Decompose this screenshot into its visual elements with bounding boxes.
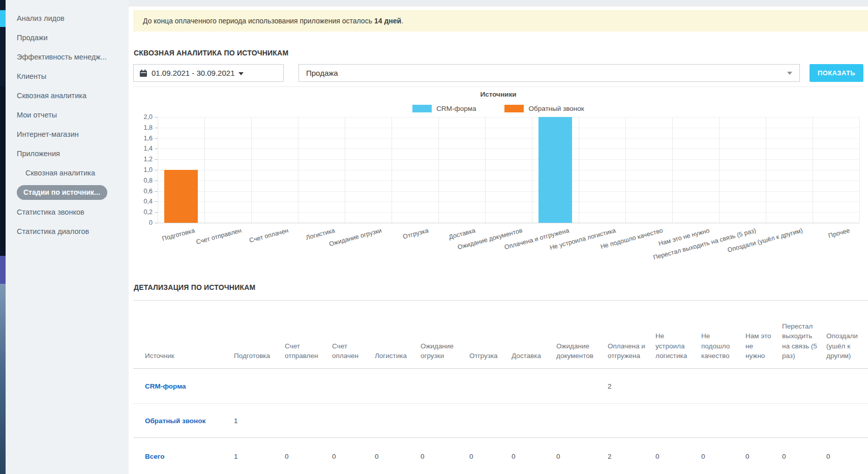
- chart-x-axis-label: Ожидание огрузки: [328, 227, 382, 248]
- cell-value: 1: [229, 404, 280, 438]
- banner-text: До конца оплаченного периода использован…: [143, 17, 372, 25]
- sidebar-item[interactable]: Сквозная аналитика: [6, 163, 129, 183]
- chart-y-tick: [155, 117, 158, 117]
- sidebar-item[interactable]: Статистика диалогов: [6, 222, 129, 241]
- chart-y-tick: [155, 138, 158, 139]
- chart-x-axis-label: Отгрузка: [402, 227, 429, 241]
- chart-gridline-horizontal: [158, 191, 859, 192]
- cell-value: [864, 404, 868, 438]
- table-header-row: ИсточникПодготовкаСчет отправленСчет опл…: [133, 301, 868, 369]
- chart-y-axis-label: 1,6: [128, 135, 153, 142]
- cell-value: 1: [229, 438, 280, 474]
- chart-y-tick: [155, 212, 158, 213]
- legend-item[interactable]: CRM-форма: [412, 105, 476, 112]
- chart-y-tick: [155, 128, 158, 128]
- sidebar-item[interactable]: Эффективность менедж...: [6, 47, 129, 67]
- cell-value: 0: [327, 438, 370, 474]
- source-link[interactable]: Обратный звонок: [145, 417, 205, 425]
- chart-x-axis-label: Доставка: [448, 227, 476, 241]
- details-table-wrap: ИсточникПодготовкаСчет отправленСчет опл…: [133, 300, 868, 474]
- cell-value: [415, 404, 464, 438]
- source-link[interactable]: CRM-форма: [145, 382, 186, 390]
- cell-value: 2: [603, 369, 650, 404]
- strip-mid-block: [0, 86, 6, 256]
- cell-value: [650, 369, 696, 404]
- column-header: Нам это не нужно: [740, 301, 777, 369]
- strip-purple-block: [0, 256, 6, 284]
- chart-gridline-horizontal: [158, 212, 859, 213]
- chart-y-tick: [155, 149, 158, 149]
- chart-y-tick: [155, 223, 158, 223]
- source-cell: Всего: [133, 438, 229, 474]
- cell-value: [280, 369, 327, 404]
- column-header: Счет оплачен: [327, 301, 370, 369]
- date-range-picker[interactable]: 01.09.2021 - 30.09.2021: [133, 64, 284, 82]
- chart-bar-crm-form[interactable]: [538, 117, 572, 223]
- sidebar-item[interactable]: Анализ лидов: [6, 9, 129, 28]
- chart-y-axis-label: 1,0: [128, 166, 153, 173]
- legend-swatch: [504, 105, 524, 112]
- chart-gridline-horizontal: [158, 159, 859, 160]
- column-header: Подготовка: [229, 301, 280, 369]
- cell-value: [327, 404, 370, 438]
- sidebar-item[interactable]: Сквозная аналитика: [6, 86, 129, 105]
- chart-y-axis-label: 1,2: [128, 156, 153, 163]
- chart-gridline-horizontal: [158, 149, 859, 149]
- cell-value: [506, 404, 551, 438]
- source-link[interactable]: Всего: [145, 453, 164, 460]
- cell-value: [464, 369, 506, 404]
- legend-label: CRM-форма: [436, 105, 476, 112]
- cell-value: 0: [370, 438, 415, 474]
- column-header: Ожидание огрузки: [415, 301, 464, 369]
- cell-value: [650, 404, 696, 438]
- chart-title: Источники: [133, 91, 863, 98]
- cell-value: 2: [603, 438, 650, 474]
- chart-x-axis-label: Прочее: [827, 227, 850, 240]
- chart-x-axis-label: Подготовка: [161, 227, 195, 243]
- table-row: CRM-форма2: [133, 369, 868, 404]
- banner-days-left: 14 дней: [374, 17, 401, 25]
- cell-value: 0: [650, 438, 696, 474]
- sidebar-selected-pill: Стадии по источник...: [17, 185, 107, 200]
- cell-value: [740, 369, 777, 404]
- sidebar-item[interactable]: Интернет-магазин: [6, 125, 129, 144]
- cell-value: [280, 404, 327, 438]
- column-header: Опоздали (ушёл к другим): [821, 301, 864, 369]
- chart-y-axis-label: 1,4: [128, 145, 153, 152]
- cell-value: [696, 404, 740, 438]
- sidebar-item[interactable]: Продажи: [6, 28, 129, 47]
- cell-value: 0: [740, 438, 777, 474]
- column-header: Перестал выходить на связь (5 раз): [777, 301, 821, 369]
- chart-gridline-horizontal: [158, 181, 859, 181]
- cell-value: 0: [551, 438, 603, 474]
- sidebar-item[interactable]: Стадии по источник...: [6, 183, 129, 202]
- show-button[interactable]: ПОКАЗАТЬ: [810, 64, 863, 82]
- column-header: Не подошло качество: [696, 301, 740, 369]
- cell-value: [506, 369, 551, 404]
- sidebar-item[interactable]: Приложения: [6, 144, 129, 163]
- chart-y-axis-label: 0,6: [128, 188, 153, 195]
- chart-x-labels: ПодготовкаСчет отправленСчет оплаченЛоги…: [158, 225, 859, 251]
- chart-x-axis-label: Логистика: [305, 227, 336, 242]
- cell-value: [370, 369, 415, 404]
- column-header: Отгрузка: [464, 301, 506, 369]
- sidebar-item[interactable]: Мои отчеты: [6, 105, 129, 125]
- caret-down-icon: [238, 72, 244, 75]
- cell-value: [327, 369, 370, 404]
- chart-y-axis-label: 0,2: [128, 209, 153, 216]
- funnel-select[interactable]: Продажа: [298, 64, 800, 82]
- sidebar-item[interactable]: Клиенты: [6, 67, 129, 86]
- sidebar-menu: Анализ лидовПродажиЭффективность менедж.…: [6, 0, 129, 474]
- cell-value: [821, 369, 864, 404]
- column-header: Доставка: [506, 301, 551, 369]
- sidebar-item[interactable]: Статистика звонков: [6, 202, 129, 222]
- license-banner: До конца оплаченного периода использован…: [133, 10, 868, 32]
- cell-value: [696, 369, 740, 404]
- column-header: Счет отправлен: [280, 301, 327, 369]
- cell-value: 0: [696, 438, 740, 474]
- chart-bar-callback[interactable]: [164, 170, 198, 223]
- top-band: [129, 0, 868, 7]
- cell-value: 0: [415, 438, 464, 474]
- legend-item[interactable]: Обратный звонок: [504, 105, 584, 112]
- calendar-icon: [140, 70, 147, 77]
